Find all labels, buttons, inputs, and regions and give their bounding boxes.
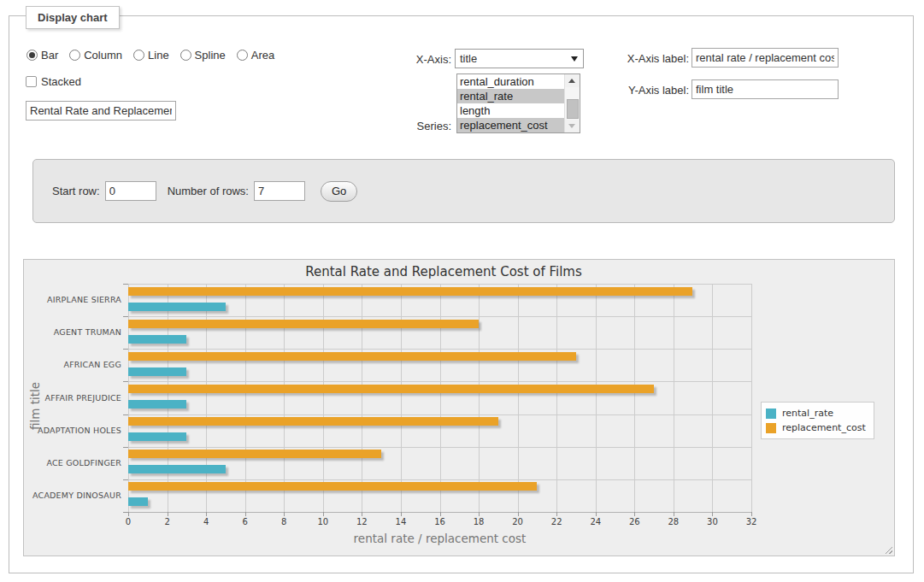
bar-replacement_cost (128, 287, 692, 296)
series-option-replacement_cost[interactable]: replacement_cost (457, 118, 564, 132)
y-tick-mark (123, 447, 128, 448)
x-axis-select-label: X-Axis: (368, 53, 451, 66)
x-tick-label: 6 (232, 517, 258, 526)
stacked-checkbox-row[interactable]: Stacked (26, 75, 81, 88)
x-tick-label: 28 (661, 517, 686, 526)
legend-row: rental_rate (766, 406, 866, 420)
x-axis-select[interactable]: title (455, 49, 584, 68)
legend-label: replacement_cost (782, 422, 866, 433)
bar-replacement_cost (128, 385, 654, 393)
radio-button-icon[interactable] (237, 50, 248, 61)
scrollbar-thumb[interactable] (567, 99, 579, 119)
radio-label: Spline (195, 49, 226, 62)
chart-title-input[interactable] (26, 101, 176, 121)
radio-button-icon[interactable] (133, 50, 144, 61)
x-tick-label: 30 (699, 517, 725, 526)
gridline (712, 284, 713, 512)
y-category-label: AGENT TRUMAN (24, 327, 121, 337)
series-option-rental_rate[interactable]: rental_rate (457, 89, 564, 103)
stacked-label: Stacked (41, 75, 81, 88)
x-tick-mark (206, 512, 207, 516)
series-option-rental_duration[interactable]: rental_duration (457, 74, 564, 89)
num-rows-input[interactable] (254, 181, 305, 201)
start-row-label: Start row: (52, 185, 100, 197)
x-tick-label: 20 (505, 517, 531, 526)
x-axis-label-label: X-Axis label: (599, 52, 689, 65)
radio-button-icon[interactable] (180, 50, 191, 61)
series-option-length[interactable]: length (457, 103, 564, 118)
gridline (128, 479, 751, 480)
x-tick-mark (712, 512, 713, 516)
gridline (634, 284, 635, 512)
scroll-down-icon[interactable] (565, 120, 580, 132)
gridline (479, 284, 480, 512)
chart-title: Rental Rate and Replacement Cost of Film… (24, 264, 863, 279)
chart-type-radio-bar[interactable]: Bar (26, 49, 58, 62)
x-tick-label: 8 (271, 517, 297, 526)
x-tick-mark (556, 512, 557, 516)
series-multiselect[interactable]: rental_durationrental_ratelengthreplacem… (456, 73, 580, 133)
y-tick-mark (123, 414, 128, 415)
y-axis-label-label: Y-Axis label: (599, 84, 689, 97)
bar-replacement_cost (128, 352, 576, 361)
gridline (128, 447, 751, 448)
x-tick-label: 0 (115, 517, 141, 526)
chart-type-radio-spline[interactable]: Spline (180, 49, 226, 62)
x-tick-mark (518, 512, 519, 516)
y-tick-mark (123, 381, 128, 382)
bar-rental_rate (128, 465, 226, 473)
x-tick-label: 14 (388, 517, 414, 526)
x-axis-label-input[interactable] (692, 48, 839, 68)
gridline (674, 284, 674, 512)
gridline (128, 414, 751, 415)
legend-swatch-icon (766, 423, 776, 433)
gridline (401, 284, 402, 512)
y-category-label: AIRPLANE SIERRA (24, 295, 121, 304)
x-tick-label: 26 (621, 517, 647, 526)
resize-handle-icon[interactable] (883, 544, 892, 554)
radio-button-icon[interactable] (26, 50, 38, 61)
start-row-input[interactable] (105, 181, 156, 201)
y-tick-mark (123, 284, 128, 285)
go-button[interactable]: Go (321, 181, 357, 202)
radio-label: Line (148, 49, 169, 62)
bar-rental_rate (128, 367, 186, 376)
bar-replacement_cost (128, 417, 498, 426)
x-tick-mark (440, 512, 441, 516)
chart-container: Rental Rate and Replacement Cost of Film… (23, 259, 895, 556)
chart-y-axis-title: film title (28, 355, 44, 457)
gridline (440, 284, 441, 512)
stacked-checkbox[interactable] (26, 76, 37, 87)
gridline (128, 381, 751, 382)
gridline (128, 284, 751, 285)
y-tick-mark (123, 479, 128, 480)
gridline (128, 349, 751, 350)
x-tick-mark (128, 512, 129, 516)
y-axis-label-input[interactable] (692, 79, 839, 99)
gridline (596, 284, 597, 512)
chart-type-radio-area[interactable]: Area (237, 49, 274, 62)
bar-replacement_cost (128, 450, 381, 458)
gridline (206, 284, 207, 512)
chart-type-radio-column[interactable]: Column (69, 49, 122, 62)
series-scrollbar[interactable] (564, 74, 580, 132)
y-tick-mark (123, 316, 128, 317)
chart-type-radio-line[interactable]: Line (133, 49, 169, 62)
x-tick-label: 24 (583, 517, 609, 526)
chart-plot-area (128, 284, 751, 512)
legend-label: rental_rate (782, 408, 833, 419)
radio-label: Bar (41, 49, 58, 62)
num-rows-label: Number of rows: (168, 185, 249, 197)
y-tick-mark (123, 512, 128, 513)
x-tick-mark (479, 512, 480, 516)
gridline (284, 284, 285, 512)
chevron-down-icon (571, 56, 578, 62)
fieldset-legend: Display chart (26, 6, 120, 29)
y-category-label: ACE GOLDFINGER (24, 458, 121, 467)
x-tick-label: 2 (155, 517, 180, 526)
bar-rental_rate (128, 303, 226, 311)
radio-button-icon[interactable] (69, 50, 80, 61)
scroll-up-icon[interactable] (565, 74, 580, 87)
gridline (245, 284, 246, 512)
bar-replacement_cost (128, 320, 479, 328)
